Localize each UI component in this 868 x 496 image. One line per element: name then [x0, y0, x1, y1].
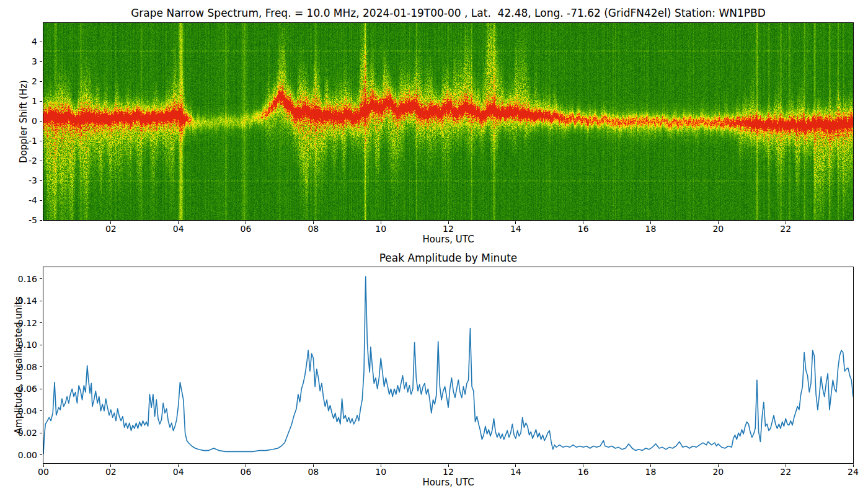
amp-y-tickmark [40, 366, 42, 367]
amp-y-ticklabel: 0.12 [4, 318, 37, 328]
amp-x-ticklabel: 20 [712, 467, 724, 477]
amp-y-ticklabel: 0.16 [4, 274, 37, 284]
spec-y-tickmark [40, 220, 42, 221]
spec-y-ticklabel: -2 [4, 156, 37, 166]
spec-x-ticklabel: 16 [578, 224, 589, 234]
spec-x-ticklabel: 18 [645, 224, 657, 234]
amp-x-ticklabel: 18 [645, 467, 657, 477]
amp-x-tickmark [110, 464, 111, 467]
amp-x-tickmark [43, 464, 44, 467]
spec-x-tickmark [786, 221, 786, 224]
amplitude-line-chart [43, 267, 854, 464]
amp-x-tickmark [718, 464, 719, 467]
spec-x-tickmark [583, 221, 583, 224]
amp-x-tickmark [313, 464, 314, 467]
amp-x-ticklabel: 24 [848, 467, 859, 477]
amp-x-tickmark [786, 464, 786, 467]
spec-x-tickmark [650, 221, 651, 224]
spec-x-ticklabel: 22 [780, 224, 791, 234]
amplitude-title: Peak Amplitude by Minute [43, 252, 853, 264]
spec-x-tickmark [313, 221, 314, 224]
amp-x-ticklabel: 12 [443, 467, 454, 477]
amp-x-ticklabel: 06 [241, 467, 252, 477]
spec-y-tickmark [40, 141, 42, 141]
spec-x-ticklabel: 10 [375, 224, 386, 234]
amp-x-tickmark [650, 464, 651, 467]
amp-x-tickmark [381, 464, 381, 467]
amp-y-ticklabel: 0.00 [4, 450, 37, 460]
amp-x-ticklabel: 02 [105, 467, 117, 477]
spec-x-tickmark [718, 221, 719, 224]
spec-y-ticklabel: 1 [4, 96, 37, 106]
spectrogram-heatmap [43, 22, 854, 221]
spec-y-tickmark [40, 42, 42, 42]
spectrogram-xlabel: Hours, UTC [43, 234, 853, 245]
amp-x-ticklabel: 14 [510, 467, 521, 477]
spec-y-ticklabel: 2 [4, 76, 37, 86]
amp-y-tickmark [40, 278, 42, 279]
spec-x-tickmark [448, 221, 449, 224]
amp-y-tickmark [40, 389, 42, 389]
amp-x-tickmark [583, 464, 583, 467]
amp-y-ticklabel: 0.10 [4, 340, 37, 350]
amplitude-line [43, 277, 853, 454]
amp-y-tickmark [40, 322, 42, 323]
spec-x-tickmark [515, 221, 516, 224]
amp-x-ticklabel: 22 [780, 467, 791, 477]
amp-x-tickmark [448, 464, 449, 467]
amp-y-ticklabel: 0.06 [4, 384, 37, 394]
spec-y-ticklabel: 0 [4, 116, 37, 126]
amp-x-ticklabel: 10 [375, 467, 386, 477]
spec-y-tickmark [40, 81, 42, 82]
spec-y-tickmark [40, 161, 42, 161]
amp-y-ticklabel: 0.04 [4, 406, 37, 416]
amp-x-ticklabel: 08 [308, 467, 319, 477]
spec-y-ticklabel: 3 [4, 56, 37, 66]
amp-x-tickmark [246, 464, 246, 467]
amp-y-ticklabel: 0.08 [4, 362, 37, 372]
spec-y-tickmark [40, 121, 42, 122]
spec-x-ticklabel: 02 [105, 224, 117, 234]
spec-y-tickmark [40, 101, 42, 102]
amp-y-ticklabel: 0.02 [4, 428, 37, 438]
spec-x-ticklabel: 20 [712, 224, 724, 234]
amp-y-tickmark [40, 301, 42, 301]
spec-y-ticklabel: -5 [4, 215, 37, 225]
spec-x-ticklabel: 12 [443, 224, 454, 234]
amp-x-tickmark [853, 464, 854, 467]
spec-y-ticklabel: -4 [4, 195, 37, 205]
amp-y-tickmark [40, 345, 42, 345]
amp-x-ticklabel: 04 [173, 467, 184, 477]
amp-y-ticklabel: 0.14 [4, 296, 37, 306]
spec-y-ticklabel: 4 [4, 37, 37, 46]
spec-x-tickmark [381, 221, 381, 224]
amp-x-ticklabel: 16 [578, 467, 589, 477]
spec-x-ticklabel: 06 [241, 224, 252, 234]
figure: Grape Narrow Spectrum, Freq. = 10.0 MHz,… [0, 0, 868, 496]
spec-x-tickmark [246, 221, 246, 224]
spec-x-ticklabel: 04 [173, 224, 184, 234]
spec-x-ticklabel: 08 [308, 224, 319, 234]
amp-x-ticklabel: 00 [38, 467, 49, 477]
amp-x-tickmark [178, 464, 179, 467]
spectrogram-title: Grape Narrow Spectrum, Freq. = 10.0 MHz,… [43, 7, 853, 19]
amp-y-tickmark [40, 433, 42, 433]
spec-y-tickmark [40, 200, 42, 201]
amp-x-tickmark [515, 464, 516, 467]
amp-y-tickmark [40, 410, 42, 411]
amplitude-xlabel: Hours, UTC [43, 477, 853, 488]
spec-y-tickmark [40, 61, 42, 62]
spec-y-ticklabel: -1 [4, 136, 37, 146]
amp-y-tickmark [40, 454, 42, 455]
spec-x-tickmark [178, 221, 179, 224]
spec-x-tickmark [110, 221, 111, 224]
spec-y-tickmark [40, 180, 42, 181]
spec-y-ticklabel: -3 [4, 175, 37, 185]
spec-x-ticklabel: 14 [510, 224, 521, 234]
